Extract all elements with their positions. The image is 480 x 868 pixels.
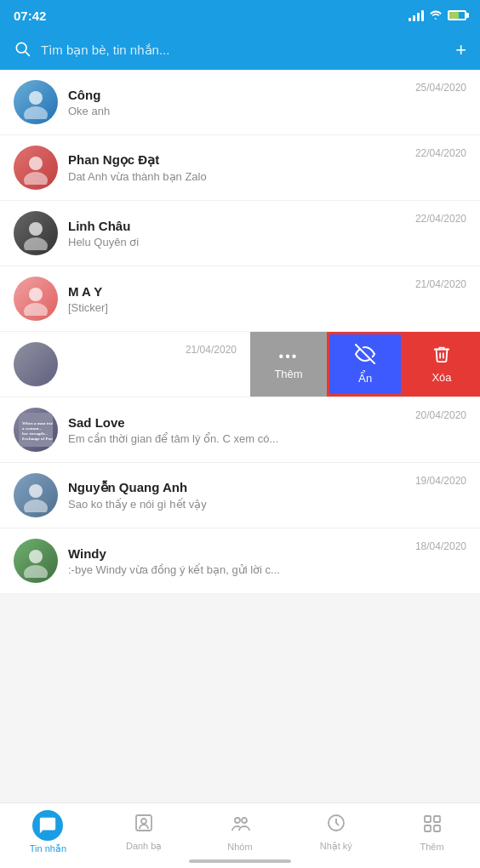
avatar	[14, 211, 58, 255]
list-item[interactable]: Nguyễn Quang Anh Sao ko thấy e nói gì hế…	[0, 463, 480, 528]
svg-point-5	[24, 172, 48, 185]
hide-action-button[interactable]: Ẩn	[327, 332, 403, 397]
contact-name: Nguyễn Quang Anh	[68, 480, 405, 495]
list-item[interactable]: M A Y [Sticker] 21/04/2020	[0, 266, 480, 332]
svg-rect-20	[136, 815, 151, 831]
avatar	[14, 473, 58, 517]
message-preview: [Sticker]	[68, 301, 405, 314]
message-time: 20/04/2020	[415, 409, 466, 421]
svg-point-21	[141, 819, 146, 824]
svg-text:Exchange of Poem: Exchange of Poem	[22, 437, 53, 441]
chat-content: Công Oke anh	[68, 88, 405, 117]
chat-list: Công Oke anh 25/04/2020 Phan Ngọc Đạt Da…	[0, 70, 480, 594]
diary-icon	[326, 813, 346, 838]
svg-text:When a man truly loves: When a man truly loves	[22, 421, 53, 425]
contact-name: Linh Châu	[68, 219, 405, 233]
more-nav-icon	[422, 814, 443, 839]
avatar	[14, 146, 58, 190]
chat-content: M A Y [Sticker]	[68, 284, 405, 314]
message-preview: Em cần thời gian để tâm lý ổn. C xem có.…	[68, 432, 405, 445]
svg-point-7	[24, 237, 48, 250]
avatar	[14, 342, 58, 386]
home-indicator	[189, 859, 291, 863]
add-button[interactable]: +	[455, 39, 466, 61]
contact-name: Windy	[68, 546, 405, 561]
svg-text:her strength...: her strength...	[22, 431, 49, 436]
delete-label: Xóa	[431, 371, 451, 384]
more-icon: •••	[279, 349, 299, 364]
phone-container: 07:42 Tìm bạn bè,	[0, 0, 480, 868]
message-time: 22/04/2020	[415, 147, 466, 159]
message-preview: Helu Quyên ơi	[68, 236, 405, 248]
svg-line-1	[26, 51, 30, 55]
message-time: 21/04/2020	[415, 278, 466, 290]
avatar: When a man truly loves a woman... her st…	[14, 408, 58, 452]
chat-content: Nguyễn Quang Anh Sao ko thấy e nói gì hế…	[68, 480, 405, 511]
svg-point-6	[29, 222, 43, 236]
chat-content: Sad Love Em cần thời gian để tâm lý ổn. …	[68, 415, 405, 445]
nav-item-contacts[interactable]: Danh bạ	[118, 813, 169, 852]
hide-label: Ẩn	[358, 372, 372, 385]
contacts-icon	[134, 813, 154, 838]
chat-content: Linh Châu Helu Quyên ơi	[68, 219, 405, 248]
list-item[interactable]: Phan Ngọc Đạt Dat Anh vừa thành bạn Zalo…	[0, 135, 480, 201]
svg-point-23	[242, 818, 247, 823]
search-icon	[14, 40, 31, 61]
message-time: 22/04/2020	[415, 213, 466, 225]
svg-point-22	[235, 818, 240, 823]
svg-rect-26	[434, 816, 440, 822]
more-label: Thêm	[274, 368, 302, 380]
contact-name: Sad Love	[68, 415, 405, 430]
avatar	[14, 80, 58, 124]
swipe-item-content[interactable]: 21/04/2020	[0, 332, 250, 397]
battery-icon	[448, 10, 466, 20]
nav-item-messages[interactable]: Tin nhắn	[22, 810, 73, 854]
svg-point-3	[24, 106, 48, 119]
search-placeholder[interactable]: Tìm bạn bè, tin nhắn...	[41, 43, 445, 58]
list-item[interactable]: When a man truly loves a woman... her st…	[0, 397, 480, 463]
svg-point-9	[24, 303, 48, 316]
search-bar: Tìm bạn bè, tin nhắn... +	[0, 31, 480, 70]
svg-point-8	[29, 288, 43, 301]
contact-name: M A Y	[68, 284, 405, 299]
nav-item-more[interactable]: Thêm	[407, 814, 458, 852]
contact-name: Phan Ngọc Đạt	[68, 152, 405, 168]
nav-item-diary[interactable]: Nhật ký	[311, 813, 362, 852]
list-item[interactable]: Windy :-bye Windy vừa đồng ý kết bạn, gử…	[0, 528, 480, 594]
svg-point-17	[24, 500, 48, 512]
message-time: 18/04/2020	[415, 540, 466, 552]
nav-label-contacts: Danh bạ	[126, 841, 162, 852]
nav-label-groups: Nhóm	[227, 842, 252, 852]
chat-content: Windy :-bye Windy vừa đồng ý kết bạn, gử…	[68, 546, 405, 576]
bottom-nav: Tin nhắn Danh bạ	[0, 802, 480, 868]
message-preview: :-bye Windy vừa đồng ý kết bạn, gửi lời …	[68, 563, 405, 576]
status-icons	[409, 9, 466, 23]
swipe-action-row: 21/04/2020 ••• Thêm Ẩn	[0, 332, 480, 397]
message-time: 21/04/2020	[186, 344, 237, 356]
avatar	[14, 539, 58, 583]
more-action-button[interactable]: ••• Thêm	[250, 332, 327, 397]
status-time: 07:42	[14, 9, 46, 23]
nav-label-diary: Nhật ký	[320, 841, 352, 852]
list-item[interactable]: Công Oke anh 25/04/2020	[0, 70, 480, 135]
status-bar: 07:42	[0, 0, 480, 31]
list-item[interactable]: Linh Châu Helu Quyên ơi 22/04/2020	[0, 201, 480, 266]
message-preview: Sao ko thấy e nói gì hết vậy	[68, 498, 405, 511]
svg-point-16	[29, 484, 43, 498]
groups-icon	[230, 814, 250, 839]
svg-rect-25	[425, 816, 431, 822]
delete-action-button[interactable]: Xóa	[403, 332, 480, 397]
message-time: 25/04/2020	[415, 82, 466, 94]
svg-point-4	[29, 157, 43, 170]
wifi-icon	[428, 9, 443, 23]
svg-point-2	[29, 91, 43, 105]
message-preview: Dat Anh vừa thành bạn Zalo	[68, 170, 405, 183]
svg-rect-27	[425, 825, 431, 831]
signal-bars-icon	[409, 9, 424, 21]
nav-item-groups[interactable]: Nhóm	[214, 814, 266, 852]
hide-icon	[355, 344, 375, 368]
swipe-actions: ••• Thêm Ẩn	[250, 332, 480, 397]
nav-label-messages: Tin nhắn	[30, 843, 66, 854]
message-time: 19/04/2020	[415, 475, 466, 487]
svg-point-18	[29, 550, 43, 563]
